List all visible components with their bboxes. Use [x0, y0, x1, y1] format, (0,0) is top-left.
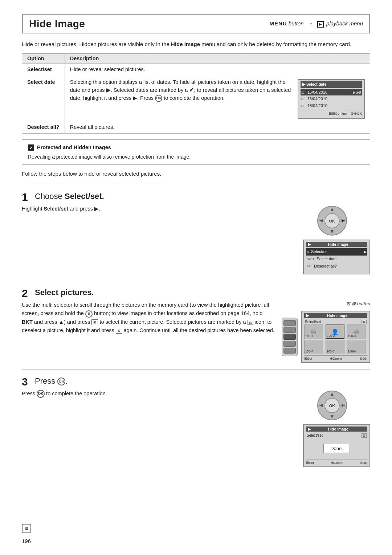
done-screen-footer: ⊞Set ⊕Zoom ⊛OK: [306, 460, 367, 465]
menu-label: MENU: [270, 20, 287, 26]
step-3-number: 3: [22, 376, 32, 387]
photo-grid: 100-1 🏔 100-2 👤 100-3 🏔: [304, 325, 367, 354]
step-2-cam-screen: ▶ Hide image Select/set ⊠ 100-1: [301, 311, 370, 363]
screen-row-1: ⊛ Select/set ▶: [306, 248, 367, 256]
check-icon: ☑: [301, 90, 306, 95]
cam-btn-1: [283, 320, 296, 326]
mini-screen-row-2: □ 16/04/2010: [301, 95, 362, 102]
step-3-header: 3 Press OK.: [22, 376, 370, 387]
mini-screen-row-1: ☑ 15/04/2010 ▶Set: [301, 89, 362, 96]
button-column-diagram: [282, 318, 298, 356]
option-select-set-desc: Hide or reveal selected pictures.: [65, 64, 370, 76]
step-3-title-plain: Press: [35, 376, 57, 385]
q-btn-text: ⊠ button: [352, 301, 370, 306]
thumbnail-btn-2: ⊠: [116, 328, 122, 334]
screen-icon: ▶: [308, 242, 311, 246]
step-2-section: 2 Select pictures. Use the multi selecto…: [22, 281, 370, 370]
s2-screen-title-text: Hide image: [327, 313, 347, 318]
step-3-text: Press OK to complete the operation.: [22, 389, 287, 398]
done-screen-title: ▶ Hide image: [306, 427, 367, 432]
header-box: Hide Image MENU button → ▶ playback menu: [22, 15, 370, 33]
step-2-para: Use the multi selector to scroll through…: [22, 301, 274, 335]
cam-btn-4: [283, 341, 296, 347]
nav-playback-text: playback menu: [326, 20, 363, 26]
done-icon: ▶: [308, 427, 311, 431]
done-label-wrap: Done.: [306, 438, 367, 459]
book-icon: ≡: [22, 524, 31, 533]
bkt-label: BKT: [22, 319, 33, 325]
option-deselect-desc: Reveal all pictures.: [65, 121, 370, 134]
select-date-mini-screen: ▶ Select date ☑ 15/04/2010 ▶Set □ 16/04/…: [298, 79, 365, 119]
page: Hide Image MENU button → ▶ playback menu…: [0, 0, 392, 555]
svg-text:OK: OK: [329, 219, 335, 223]
s2-subtitle-row: Select/set ⊠: [304, 319, 367, 325]
step-3-section: 3 Press OK. Press OK to complete the ope…: [22, 370, 370, 474]
q-icon: ⊠: [346, 301, 350, 306]
photo-2-selected: 100-2 👤: [326, 325, 344, 339]
note-title-text: Protected and Hidden Images: [37, 143, 111, 151]
photo-num-5: 100-5: [327, 350, 335, 353]
step-2-images: ⊠ ⊠ button ▶: [282, 301, 370, 363]
step-1-sub: Highlight Select/set and press ▶.: [22, 205, 287, 213]
page-number: 196: [22, 538, 31, 544]
step-2-text: Use the multi selector to scroll through…: [22, 301, 274, 335]
ok-dial-3-svg: OK: [316, 389, 348, 421]
photo-num-2: 100-2: [327, 334, 335, 338]
tri-right-1: ▶: [106, 87, 111, 93]
ok-dial-1: OK: [316, 205, 348, 237]
step-1-title-bold: Select/set.: [65, 192, 104, 201]
cam-btn-5: [283, 348, 296, 354]
step-1-images: OK ▶ Hide: [294, 205, 370, 274]
option-deselect-label: Deselect all?: [22, 121, 65, 134]
prefix-3: ALL: [307, 264, 313, 269]
thumbnail-btn: ⊠: [91, 319, 98, 325]
footer-zoom: ⊕Zoom: [330, 356, 342, 360]
option-select-date-desc: ▶ Select date ☑ 15/04/2010 ▶Set □ 16/04/…: [65, 76, 370, 121]
photo-5: 100-5 ▪: [326, 340, 344, 354]
done-subtitle-row: Select/set ⊠: [306, 433, 367, 438]
mini-screen-row-3: □ 18/04/2010: [301, 102, 362, 109]
done-footer-set: ⊞Set: [306, 461, 314, 465]
s2-subtitle: Select/set: [305, 320, 321, 324]
step-1-body: Highlight Select/set and press ▶. OK: [22, 205, 370, 281]
option-select-set-label: Select/set: [22, 64, 65, 76]
step-1-arrow: ▶: [94, 206, 99, 212]
step-2-screen-footer: ⊞Set ⊕Zoom ⊛OK: [304, 355, 367, 360]
table-row: Select date ▶ Select date ☑ 15/04/2010 ▶…: [22, 76, 370, 121]
page-title: Hide Image: [29, 18, 85, 30]
step-2-screen-title: ▶ Hide image: [304, 313, 367, 318]
step-2-number: 2: [22, 288, 32, 299]
screen-title-text: Hide image: [328, 242, 348, 246]
photo-4: 100-4 ▪: [304, 340, 323, 354]
step-1-number: 1: [22, 192, 32, 203]
photo-3: 100-3 🏔: [347, 325, 366, 339]
q-btn-label: ⊠ ⊠ button: [346, 301, 370, 306]
cam-btn-2: [283, 327, 296, 333]
mini-screen-footer: ⊞Confirm ⊛OK: [301, 110, 362, 116]
note-box: ✔ Protected and Hidden Images Revealing …: [22, 139, 370, 165]
header-nav: MENU button → ▶ playback menu: [270, 20, 363, 27]
menu-word-italic: button: [289, 20, 304, 26]
table-header-option: Option: [22, 54, 65, 64]
date-2: 16/04/2010: [307, 96, 361, 102]
done-label: Done.: [323, 444, 350, 453]
step-2-title: Select pictures.: [35, 288, 94, 297]
ok-dial-svg: OK: [316, 205, 348, 237]
check-icon-2: □: [301, 96, 306, 102]
svg-text:OK: OK: [329, 404, 335, 408]
step-2-header: 2 Select pictures.: [22, 288, 370, 299]
done-subtitle-right: ⊠: [362, 433, 367, 438]
done-footer-ok: ⊛OK: [359, 461, 367, 465]
intro-bold: Hide image: [171, 41, 200, 47]
done-title-text: Hide image: [328, 427, 348, 431]
photo-num-1: 100-1: [305, 334, 313, 338]
photo-num-6: 100-6: [348, 350, 356, 353]
footer-set: ⊞Set: [304, 356, 312, 360]
photo-num-3: 100-3: [348, 334, 356, 338]
step-3-ok-inline: OK: [37, 390, 45, 398]
step-1-bold: Select/set: [44, 206, 68, 212]
intro-paragraph: Hide or reveal pictures. Hidden pictures…: [22, 40, 370, 48]
done-screen: ▶ Hide image Select/set ⊠ Done. ⊞Set ⊕Zo…: [303, 424, 370, 467]
table-row: Select/set Hide or reveal selected pictu…: [22, 64, 370, 76]
prefix-1: ⊛: [307, 249, 310, 255]
